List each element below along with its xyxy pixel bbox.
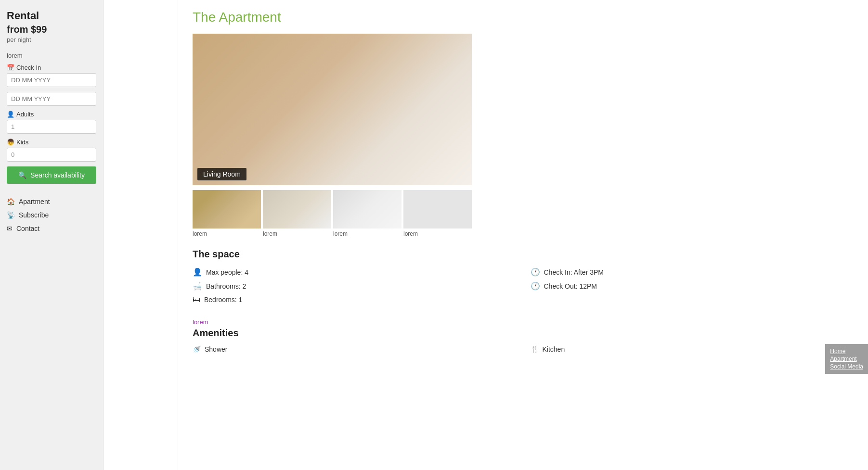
kids-label: 👦 Kids (7, 139, 96, 146)
shower-icon: 🚿 (193, 345, 201, 353)
floating-nav-home[interactable]: Home (830, 348, 863, 355)
thumb-4[interactable]: lorem (403, 190, 472, 237)
floating-nav-apartment[interactable]: Apartment (830, 356, 863, 362)
adults-label: 👤 Adults (7, 111, 96, 118)
subscribe-icon: 📡 (7, 211, 15, 219)
kitchen-icon: 🍴 (531, 345, 539, 353)
adults-input[interactable] (7, 120, 96, 134)
sidebar-nav: 🏠 Apartment 📡 Subscribe ✉ Contact (7, 195, 96, 235)
main-image-label: Living Room (197, 168, 246, 180)
thumb-1[interactable]: lorem (193, 190, 261, 237)
sidebar-title: Rental (7, 10, 96, 22)
space-bedrooms: 🛏 Bedrooms: 1 (193, 295, 516, 304)
divider (104, 0, 178, 470)
bed-icon: 🛏 (193, 295, 200, 304)
sidebar-price: from $99 (7, 24, 96, 35)
thumb-label-1: lorem (193, 230, 207, 237)
thumb-label-3: lorem (333, 230, 348, 237)
sidebar-per-night: per night (7, 36, 96, 43)
thumb-label-4: lorem (403, 230, 418, 237)
amenity-shower: 🚿 Shower (193, 345, 516, 353)
thumb-image-3[interactable] (333, 190, 402, 229)
thumb-image-1[interactable] (193, 190, 261, 229)
floating-nav: Home Apartment Social Media (825, 344, 868, 374)
space-bathrooms: 🛁 Bathrooms: 2 (193, 281, 516, 291)
content-panel: The Apartment Living Room lorem lorem lo… (178, 0, 868, 470)
sidebar-item-subscribe[interactable]: 📡 Subscribe (7, 209, 96, 221)
space-check-in: 🕐 Check In: After 3PM (531, 267, 854, 277)
check-in-label: 📅 Check In (7, 64, 96, 71)
child-icon: 👦 (7, 139, 14, 146)
search-icon: 🔍 (18, 171, 26, 179)
sidebar: Rental from $99 per night lorem 📅 Check … (0, 0, 104, 470)
thumb-3[interactable]: lorem (333, 190, 402, 237)
space-section-title: The space (193, 249, 854, 260)
amenities-grid: 🚿 Shower 🍴 Kitchen (193, 345, 854, 353)
sidebar-item-apartment[interactable]: 🏠 Apartment (7, 195, 96, 208)
calendar-icon: 📅 (7, 64, 14, 71)
apartment-icon: 🏠 (7, 198, 15, 205)
amenities-title: Amenities (193, 328, 854, 339)
floating-nav-social[interactable]: Social Media (830, 363, 863, 370)
thumb-image-2[interactable] (263, 190, 331, 229)
amenities-lorem: lorem (193, 318, 854, 326)
clock-icon-checkout: 🕐 (531, 281, 540, 291)
people-icon: 👤 (193, 267, 202, 277)
sidebar-item-contact[interactable]: ✉ Contact (7, 222, 96, 235)
thumb-label-2: lorem (263, 230, 277, 237)
sidebar-lorem: lorem (7, 52, 96, 59)
main-image: Living Room (193, 34, 472, 185)
person-icon: 👤 (7, 111, 14, 118)
space-max-people: 👤 Max people: 4 (193, 267, 516, 277)
check-in-input[interactable] (7, 73, 96, 87)
page-title: The Apartment (193, 10, 854, 25)
space-check-out: 🕐 Check Out: 12PM (531, 281, 854, 291)
search-availability-button[interactable]: 🔍 Search availability (7, 166, 96, 184)
thumb-image-4[interactable] (403, 190, 472, 229)
thumbnail-row: lorem lorem lorem lorem (193, 190, 472, 237)
contact-icon: ✉ (7, 225, 13, 232)
bath-icon: 🛁 (193, 281, 202, 291)
kids-input[interactable] (7, 148, 96, 162)
space-grid: 👤 Max people: 4 🕐 Check In: After 3PM 🛁 … (193, 267, 854, 304)
check-out-input[interactable] (7, 92, 96, 106)
thumb-2[interactable]: lorem (263, 190, 331, 237)
amenity-kitchen: 🍴 Kitchen (531, 345, 854, 353)
clock-icon-checkin: 🕐 (531, 267, 540, 277)
